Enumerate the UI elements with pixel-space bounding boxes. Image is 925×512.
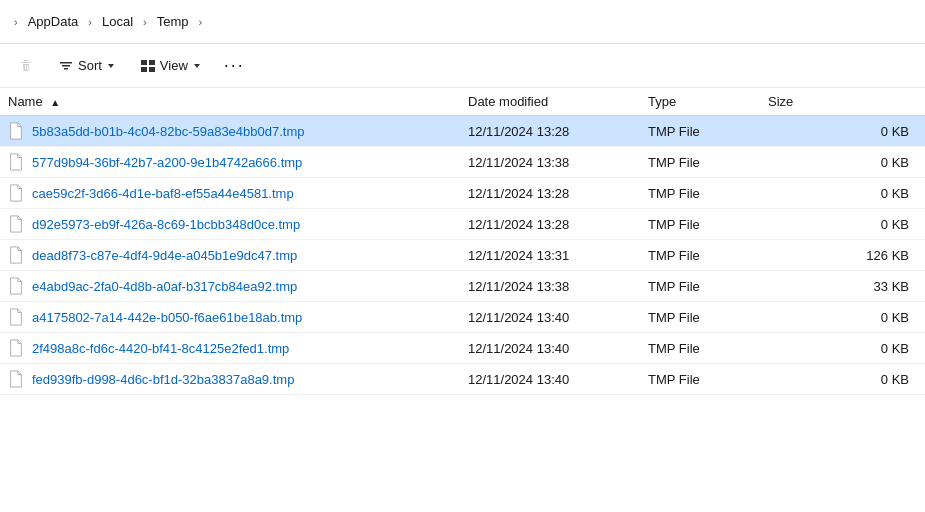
file-type: TMP File	[640, 116, 760, 147]
view-chevron-icon	[192, 61, 202, 71]
view-icon	[140, 58, 156, 74]
file-size: 0 KB	[760, 178, 925, 209]
file-name-cell[interactable]: fed939fb-d998-4d6c-bf1d-32ba3837a8a9.tmp	[8, 370, 452, 388]
sort-label: Sort	[78, 58, 102, 73]
column-header-type[interactable]: Type	[640, 88, 760, 116]
view-button[interactable]: View	[130, 53, 212, 79]
file-date: 12/11/2024 13:38	[460, 271, 640, 302]
file-size: 0 KB	[760, 147, 925, 178]
file-name-cell[interactable]: 2f498a8c-fd6c-4420-bf41-8c4125e2fed1.tmp	[8, 339, 452, 357]
file-name-cell[interactable]: cae59c2f-3d66-4d1e-baf8-ef55a44e4581.tmp	[8, 184, 452, 202]
file-name-cell[interactable]: 577d9b94-36bf-42b7-a200-9e1b4742a666.tmp	[8, 153, 452, 171]
file-name-text[interactable]: dead8f73-c87e-4df4-9d4e-a045b1e9dc47.tmp	[32, 248, 297, 263]
file-size: 126 KB	[760, 240, 925, 271]
file-name-text[interactable]: a4175802-7a14-442e-b050-f6ae61be18ab.tmp	[32, 310, 302, 325]
file-size: 0 KB	[760, 364, 925, 395]
table-row[interactable]: a4175802-7a14-442e-b050-f6ae61be18ab.tmp…	[0, 302, 925, 333]
file-type: TMP File	[640, 271, 760, 302]
file-date: 12/11/2024 13:31	[460, 240, 640, 271]
file-name-cell[interactable]: e4abd9ac-2fa0-4d8b-a0af-b317cb84ea92.tmp	[8, 277, 452, 295]
file-name-cell[interactable]: 5b83a5dd-b01b-4c04-82bc-59a83e4bb0d7.tmp	[8, 122, 452, 140]
toolbar: Sort View ···	[0, 44, 925, 88]
sort-icon	[58, 58, 74, 74]
breadcrumb-chevron-1: ›	[86, 16, 94, 28]
file-table: Name ▲ Date modified Type Size 5b83a5dd-…	[0, 88, 925, 395]
sort-ascending-icon: ▲	[50, 97, 60, 108]
column-header-size[interactable]: Size	[760, 88, 925, 116]
breadcrumb: › AppData › Local › Temp ›	[0, 0, 925, 44]
file-name-text[interactable]: cae59c2f-3d66-4d1e-baf8-ef55a44e4581.tmp	[32, 186, 294, 201]
breadcrumb-temp[interactable]: Temp	[153, 12, 193, 31]
file-icon	[8, 370, 24, 388]
delete-button[interactable]	[8, 53, 44, 79]
file-icon	[8, 122, 24, 140]
table-row[interactable]: dead8f73-c87e-4df4-9d4e-a045b1e9dc47.tmp…	[0, 240, 925, 271]
file-name-text[interactable]: e4abd9ac-2fa0-4d8b-a0af-b317cb84ea92.tmp	[32, 279, 297, 294]
more-options-button[interactable]: ···	[216, 53, 253, 78]
breadcrumb-root-chevron: ›	[12, 16, 20, 28]
table-row[interactable]: 2f498a8c-fd6c-4420-bf41-8c4125e2fed1.tmp…	[0, 333, 925, 364]
delete-icon	[18, 58, 34, 74]
svg-rect-3	[149, 67, 155, 72]
svg-rect-0	[141, 60, 147, 65]
breadcrumb-chevron-3: ›	[196, 16, 204, 28]
sort-chevron-icon	[106, 61, 116, 71]
file-size: 33 KB	[760, 271, 925, 302]
file-icon	[8, 184, 24, 202]
more-label: ···	[224, 55, 245, 76]
file-date: 12/11/2024 13:40	[460, 333, 640, 364]
file-date: 12/11/2024 13:28	[460, 178, 640, 209]
view-label: View	[160, 58, 188, 73]
table-row[interactable]: cae59c2f-3d66-4d1e-baf8-ef55a44e4581.tmp…	[0, 178, 925, 209]
file-name-cell[interactable]: dead8f73-c87e-4df4-9d4e-a045b1e9dc47.tmp	[8, 246, 452, 264]
file-name-text[interactable]: 2f498a8c-fd6c-4420-bf41-8c4125e2fed1.tmp	[32, 341, 289, 356]
file-size: 0 KB	[760, 116, 925, 147]
table-row[interactable]: e4abd9ac-2fa0-4d8b-a0af-b317cb84ea92.tmp…	[0, 271, 925, 302]
file-size: 0 KB	[760, 209, 925, 240]
file-name-cell[interactable]: a4175802-7a14-442e-b050-f6ae61be18ab.tmp	[8, 308, 452, 326]
file-date: 12/11/2024 13:28	[460, 209, 640, 240]
sort-button[interactable]: Sort	[48, 53, 126, 79]
breadcrumb-chevron-2: ›	[141, 16, 149, 28]
svg-rect-2	[141, 67, 147, 72]
svg-rect-1	[149, 60, 155, 65]
file-icon	[8, 215, 24, 233]
table-row[interactable]: d92e5973-eb9f-426a-8c69-1bcbb348d0ce.tmp…	[0, 209, 925, 240]
file-name-text[interactable]: 5b83a5dd-b01b-4c04-82bc-59a83e4bb0d7.tmp	[32, 124, 305, 139]
file-type: TMP File	[640, 302, 760, 333]
breadcrumb-appdata[interactable]: AppData	[24, 12, 83, 31]
file-name-text[interactable]: d92e5973-eb9f-426a-8c69-1bcbb348d0ce.tmp	[32, 217, 300, 232]
file-icon	[8, 153, 24, 171]
file-icon	[8, 339, 24, 357]
table-row[interactable]: 5b83a5dd-b01b-4c04-82bc-59a83e4bb0d7.tmp…	[0, 116, 925, 147]
file-date: 12/11/2024 13:40	[460, 364, 640, 395]
file-type: TMP File	[640, 178, 760, 209]
file-date: 12/11/2024 13:40	[460, 302, 640, 333]
file-name-cell[interactable]: d92e5973-eb9f-426a-8c69-1bcbb348d0ce.tmp	[8, 215, 452, 233]
file-date: 12/11/2024 13:28	[460, 116, 640, 147]
file-icon	[8, 308, 24, 326]
file-list-container: Name ▲ Date modified Type Size 5b83a5dd-…	[0, 88, 925, 512]
table-header-row: Name ▲ Date modified Type Size	[0, 88, 925, 116]
table-row[interactable]: fed939fb-d998-4d6c-bf1d-32ba3837a8a9.tmp…	[0, 364, 925, 395]
breadcrumb-local[interactable]: Local	[98, 12, 137, 31]
file-type: TMP File	[640, 364, 760, 395]
file-type: TMP File	[640, 333, 760, 364]
file-icon	[8, 246, 24, 264]
file-type: TMP File	[640, 240, 760, 271]
file-size: 0 KB	[760, 302, 925, 333]
file-type: TMP File	[640, 209, 760, 240]
column-header-name[interactable]: Name ▲	[0, 88, 460, 116]
file-date: 12/11/2024 13:38	[460, 147, 640, 178]
table-row[interactable]: 577d9b94-36bf-42b7-a200-9e1b4742a666.tmp…	[0, 147, 925, 178]
column-header-date[interactable]: Date modified	[460, 88, 640, 116]
file-type: TMP File	[640, 147, 760, 178]
file-name-text[interactable]: 577d9b94-36bf-42b7-a200-9e1b4742a666.tmp	[32, 155, 302, 170]
file-name-text[interactable]: fed939fb-d998-4d6c-bf1d-32ba3837a8a9.tmp	[32, 372, 294, 387]
file-icon	[8, 277, 24, 295]
file-size: 0 KB	[760, 333, 925, 364]
